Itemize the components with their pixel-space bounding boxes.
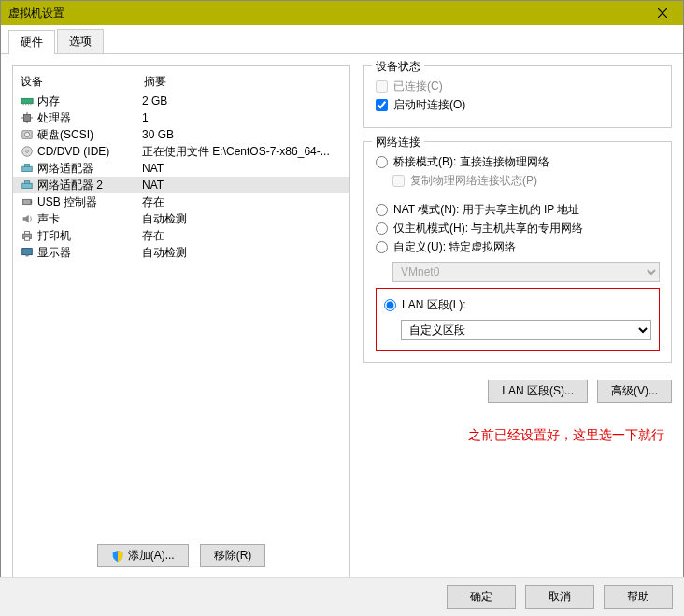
bridged-radio-row[interactable]: 桥接模式(B): 直接连接物理网络	[376, 154, 660, 170]
disk-icon	[19, 128, 36, 141]
replicate-label: 复制物理网络连接状态(P)	[410, 173, 537, 189]
device-row[interactable]: 显示器自动检测	[13, 244, 349, 261]
device-name: 显示器	[37, 245, 142, 261]
lan-segments-button[interactable]: LAN 区段(S)...	[488, 380, 588, 403]
printer-icon	[19, 229, 36, 242]
device-summary: NAT	[142, 162, 344, 175]
custom-radio-row[interactable]: 自定义(U): 特定虚拟网络	[376, 239, 660, 255]
connected-checkbox	[376, 80, 388, 93]
svg-rect-18	[22, 183, 33, 188]
device-name: USB 控制器	[37, 194, 142, 210]
device-row[interactable]: 硬盘(SCSI)30 GB	[13, 126, 349, 143]
dialog-footer: 确定 取消 帮助	[0, 577, 684, 616]
device-summary: NAT	[142, 179, 344, 192]
hostonly-radio-row[interactable]: 仅主机模式(H): 与主机共享的专用网络	[376, 221, 660, 236]
add-button[interactable]: 添加(A)...	[97, 544, 189, 567]
device-row[interactable]: CD/DVD (IDE)正在使用文件 E:\CentOS-7-x86_64-..…	[13, 143, 349, 160]
svg-rect-7	[24, 115, 31, 122]
help-label: 帮助	[627, 589, 649, 605]
device-status-group: 设备状态 已连接(C) 启动时连接(O)	[363, 65, 672, 128]
ok-label: 确定	[470, 589, 492, 605]
add-button-label: 添加(A)...	[128, 548, 175, 564]
device-summary: 30 GB	[142, 128, 344, 141]
lan-radio[interactable]	[384, 299, 396, 311]
svg-rect-17	[24, 165, 29, 167]
close-icon	[658, 8, 667, 18]
ok-button[interactable]: 确定	[447, 585, 516, 609]
advanced-button[interactable]: 高级(V)...	[597, 380, 672, 403]
display-icon	[19, 246, 36, 259]
cancel-button[interactable]: 取消	[525, 585, 594, 609]
svg-rect-25	[22, 249, 33, 255]
lan-highlight-box: LAN 区段(L): 自定义区段	[376, 288, 660, 351]
device-list[interactable]: 内存2 GB处理器1硬盘(SCSI)30 GBCD/DVD (IDE)正在使用文…	[13, 93, 349, 537]
lan-segment-combo[interactable]: 自定义区段	[401, 320, 651, 340]
device-summary: 存在	[142, 194, 344, 210]
group-title: 设备状态	[372, 59, 424, 75]
device-summary: 自动检测	[142, 211, 344, 227]
bridged-radio[interactable]	[376, 156, 388, 168]
svg-rect-16	[22, 166, 33, 171]
svg-rect-21	[31, 200, 33, 204]
device-summary: 自动检测	[142, 245, 344, 261]
device-list-header: 设备 摘要	[13, 72, 349, 93]
device-row[interactable]: 打印机存在	[13, 227, 349, 244]
connected-label: 已连接(C)	[393, 79, 443, 94]
nat-radio-row[interactable]: NAT 模式(N): 用于共享主机的 IP 地址	[376, 202, 660, 218]
custom-radio[interactable]	[376, 241, 388, 253]
device-row[interactable]: 网络适配器NAT	[13, 160, 349, 177]
advanced-label: 高级(V)...	[611, 383, 658, 399]
col-summary: 摘要	[144, 74, 342, 90]
connect-on-start-row[interactable]: 启动时连接(O)	[376, 97, 660, 113]
group-title: 网络连接	[372, 135, 424, 150]
remove-button[interactable]: 移除(R)	[200, 544, 266, 567]
svg-point-15	[26, 150, 29, 153]
col-device: 设备	[21, 74, 144, 90]
svg-rect-4	[25, 104, 26, 106]
device-name: 内存	[37, 93, 142, 109]
close-button[interactable]	[642, 1, 683, 25]
device-summary: 2 GB	[142, 94, 344, 107]
device-name: 声卡	[37, 211, 142, 227]
svg-point-13	[24, 132, 29, 136]
connect-on-start-checkbox[interactable]	[376, 99, 388, 111]
device-row[interactable]: 网络适配器 2NAT	[13, 177, 349, 193]
replicate-checkbox-row: 复制物理网络连接状态(P)	[392, 173, 660, 189]
svg-rect-24	[24, 237, 29, 241]
help-button[interactable]: 帮助	[604, 585, 673, 609]
device-summary: 存在	[142, 228, 344, 244]
tab-hardware[interactable]: 硬件	[8, 30, 55, 54]
device-summary: 正在使用文件 E:\CentOS-7-x86_64-...	[142, 144, 344, 160]
tab-label: 硬件	[21, 36, 43, 49]
svg-rect-26	[25, 255, 29, 257]
device-row[interactable]: 处理器1	[13, 109, 349, 126]
lan-label: LAN 区段(L):	[402, 297, 466, 313]
device-row[interactable]: 内存2 GB	[13, 93, 349, 109]
device-row[interactable]: 声卡自动检测	[13, 210, 349, 227]
lan-radio-row[interactable]: LAN 区段(L):	[384, 297, 651, 313]
device-name: 打印机	[37, 228, 142, 244]
lan-segments-label: LAN 区段(S)...	[502, 383, 574, 399]
custom-label: 自定义(U): 特定虚拟网络	[393, 239, 516, 255]
device-summary: 1	[142, 111, 344, 124]
hostonly-label: 仅主机模式(H): 与主机共享的专用网络	[393, 221, 583, 236]
bridged-label: 桥接模式(B): 直接连接物理网络	[393, 154, 549, 170]
cd-icon	[19, 145, 36, 158]
cancel-label: 取消	[549, 589, 571, 605]
device-name: CD/DVD (IDE)	[37, 145, 142, 158]
svg-rect-3	[23, 104, 24, 106]
hostonly-radio[interactable]	[376, 222, 388, 235]
device-name: 网络适配器	[37, 161, 142, 177]
nat-radio[interactable]	[376, 204, 388, 216]
device-name: 处理器	[37, 110, 142, 126]
device-name: 硬盘(SCSI)	[37, 127, 142, 143]
tab-label: 选项	[69, 35, 92, 48]
device-name: 网络适配器 2	[37, 178, 142, 193]
net-icon	[19, 179, 36, 192]
shield-icon	[111, 550, 124, 563]
tab-bar: 硬件 选项	[1, 25, 683, 54]
device-row[interactable]: USB 控制器存在	[13, 193, 349, 210]
cpu-icon	[19, 111, 36, 124]
remove-button-label: 移除(R)	[214, 548, 252, 564]
tab-options[interactable]: 选项	[57, 29, 104, 53]
